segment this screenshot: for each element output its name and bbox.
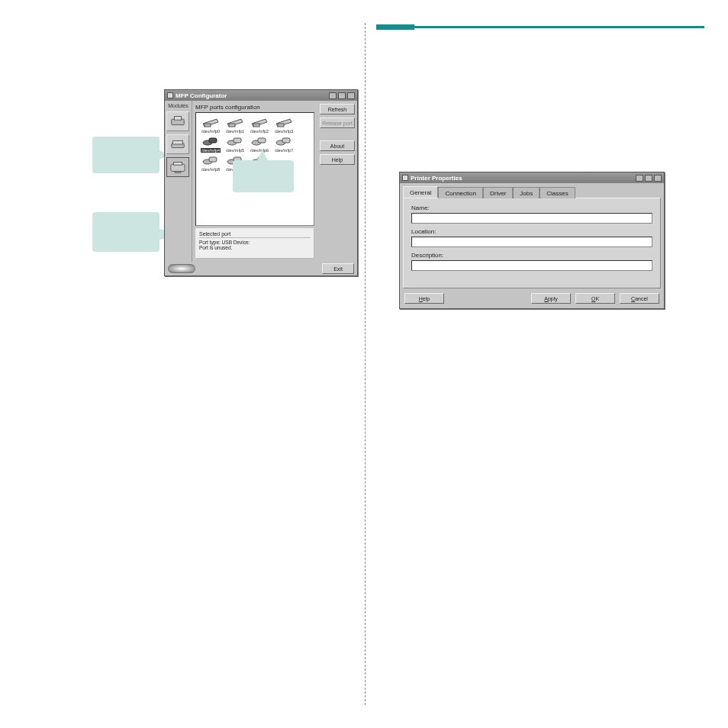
selected-port-heading: Selected port [199,231,311,238]
port-item[interactable]: /dev/mfp8 [199,154,222,172]
port-item[interactable]: /dev/mfp0 [199,116,222,134]
tab-classes[interactable]: Classes [540,187,575,198]
description-field[interactable] [411,260,652,271]
apply-button[interactable]: Apply [531,293,571,304]
close-icon[interactable] [654,175,662,182]
mfp-title: MFP Configurator [176,92,327,99]
help-button[interactable]: Help [320,154,355,165]
tabs: General Connection Driver Jobs Classes [403,186,661,198]
prop-title: Printer Properties [411,175,633,182]
cancel-button[interactable]: Cancel [620,293,659,304]
maximize-icon[interactable] [338,92,346,99]
svg-rect-16 [209,138,217,143]
svg-rect-24 [209,157,217,162]
modules-label: Modules [166,103,190,108]
svg-rect-5 [174,163,182,166]
selected-port-panel: Selected port Port type: USB Device: Por… [195,228,314,259]
port-item[interactable]: /dev/mfp2 [248,116,271,134]
printer-properties-window: Printer Properties General Connection Dr… [399,172,665,309]
svg-rect-20 [258,138,266,143]
module-switcher: Modules [165,101,192,262]
location-field[interactable] [411,237,652,247]
app-menu-icon[interactable] [167,92,173,98]
location-label: Location: [411,228,652,235]
column-divider [365,23,366,705]
callout-port-highlight [233,160,294,192]
port-item[interactable]: /dev/mfp7 [272,135,295,153]
svg-rect-8 [205,124,211,127]
release-port-button[interactable]: Release port [320,118,355,128]
about-button[interactable]: About [320,140,355,151]
help-button[interactable]: Help [404,293,444,304]
refresh-button[interactable]: Refresh [320,104,355,114]
svg-rect-22 [282,138,290,143]
module-printers[interactable] [166,111,189,131]
close-icon[interactable] [347,92,355,99]
svg-rect-12 [253,124,259,127]
minimize-icon[interactable] [636,175,643,182]
name-field[interactable] [411,213,652,224]
selected-port-line1: Port type: USB Device: [199,240,311,245]
tab-jobs[interactable]: Jobs [513,187,540,198]
svg-rect-10 [229,124,235,127]
svg-rect-6 [175,172,180,173]
svg-rect-1 [174,117,181,121]
maximize-icon[interactable] [645,175,652,182]
svg-rect-18 [234,138,241,143]
port-item-selected[interactable]: /dev/mfp4 [199,135,222,153]
exit-button[interactable]: Exit [322,263,354,274]
ports-heading: MFP ports configuration [195,104,314,111]
tab-general[interactable]: General [403,186,438,198]
svg-rect-3 [173,140,183,144]
module-scanners[interactable] [166,134,189,154]
selected-port-line2: Port is unused. [199,245,311,250]
port-item[interactable]: /dev/mfp5 [224,135,246,153]
section-rule [376,26,704,28]
description-label: Description: [411,252,652,259]
port-item[interactable]: /dev/mfp1 [224,116,246,134]
tab-connection[interactable]: Connection [438,187,482,198]
minimize-icon[interactable] [329,92,337,99]
ok-button[interactable]: OK [575,293,615,304]
svg-rect-14 [278,124,284,127]
port-item[interactable]: /dev/mfp3 [272,116,295,134]
module-mfp-ports[interactable] [166,157,189,177]
tab-driver[interactable]: Driver [483,187,513,198]
prop-titlebar[interactable]: Printer Properties [400,172,664,183]
name-label: Name: [411,205,652,211]
callout-selected-port [92,212,159,252]
app-menu-icon[interactable] [402,175,408,181]
samsung-logo [168,264,195,273]
mfp-titlebar[interactable]: MFP Configurator [165,90,357,101]
callout-module-switch [92,137,159,173]
general-tab-panel: Name: Location: Description: [403,198,661,288]
